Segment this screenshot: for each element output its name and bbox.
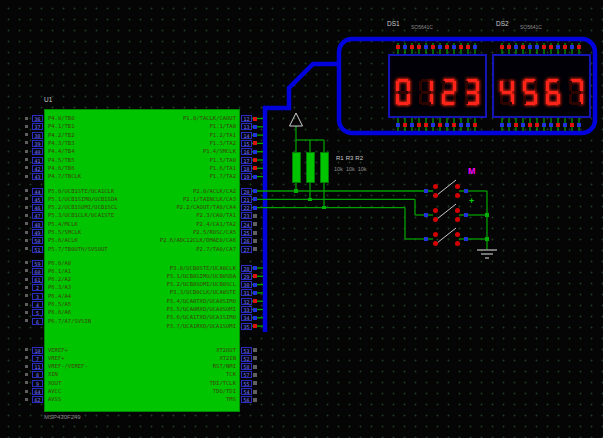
pin-number: 37	[32, 123, 43, 130]
pin-state-indicator	[253, 324, 257, 328]
segment-d	[398, 102, 408, 105]
pin-number: 61	[32, 276, 43, 283]
pin-state-indicator	[25, 390, 28, 393]
pin-number: 57	[241, 371, 252, 378]
pin-name: P2.1/TAINCLK/CA3	[146, 196, 236, 203]
pin-state-indicator	[253, 158, 257, 162]
pin-state-indicator	[253, 291, 257, 295]
pin-number: 26	[241, 237, 252, 244]
pin-state-indicator	[253, 166, 257, 170]
pin-state-indicator	[253, 141, 257, 145]
button-plus-label: +	[469, 196, 474, 206]
pin-state-indicator	[542, 45, 546, 49]
pin-name: P4.6/TB6	[48, 165, 140, 172]
pin-state-indicator	[431, 123, 435, 127]
ds1-ref-label: DS1	[387, 20, 400, 27]
pin-name: P4.7/TBCLK	[48, 173, 140, 180]
pin-state-indicator	[452, 45, 456, 49]
pin-state-indicator	[25, 206, 28, 209]
button-terminal	[433, 241, 438, 246]
resistor-r1[interactable]	[292, 152, 301, 183]
pin-state-indicator	[500, 123, 504, 127]
pin-state-indicator	[521, 123, 525, 127]
segment-d	[571, 102, 581, 105]
pin-number: 34	[241, 314, 252, 321]
pin-number: 17	[241, 157, 252, 164]
pin-number: 47	[32, 212, 43, 219]
pin-state-indicator	[253, 117, 257, 121]
pin-name: AVSS	[48, 396, 140, 403]
pin-state-indicator	[25, 166, 28, 169]
button-terminal	[433, 232, 438, 237]
pin-name: P5.5/SMCLK	[48, 229, 140, 236]
pin-state-indicator	[25, 365, 28, 368]
pin-state-indicator	[417, 45, 421, 49]
pin-name: XT2OUT	[146, 347, 236, 354]
pin-number: 48	[32, 221, 43, 228]
pin-number: 62	[32, 396, 43, 403]
pin-number: 3	[32, 293, 43, 300]
pin-state-indicator	[535, 123, 539, 127]
pin-state-indicator	[500, 45, 504, 49]
segment-f	[500, 81, 503, 91]
pin-name: TDI/TCLK	[146, 380, 236, 387]
pin-name: P3.0/UCB0STE/UCA0CLK	[146, 265, 236, 272]
pin-number: 27	[241, 246, 252, 253]
pin-state-indicator	[253, 150, 257, 154]
pin-number: 31	[241, 289, 252, 296]
pin-name: P5.0/UCB1STE/UCA1CLK	[48, 188, 140, 195]
pin-number: 50	[32, 237, 43, 244]
pin-state-indicator	[514, 45, 518, 49]
pin-number: 18	[241, 165, 252, 172]
pin-state-indicator	[563, 45, 567, 49]
pin-state-indicator	[253, 222, 257, 226]
pin-number: 10	[32, 347, 43, 354]
wire-junction-dot	[485, 237, 489, 241]
seven-seg-digit	[523, 79, 537, 105]
pin-state-indicator	[25, 311, 28, 314]
resistor-r2[interactable]	[320, 152, 329, 183]
pin-number: 6	[32, 318, 43, 325]
button-terminal	[433, 208, 438, 213]
schematic-canvas[interactable]: U1 MSP430F249 DS1 SO5641C DS2 SO5641C R1…	[0, 0, 603, 438]
pin-state-indicator	[25, 158, 28, 161]
r3-value-label: 10k	[346, 166, 355, 172]
pin-state-indicator	[556, 123, 560, 127]
pin-name: TMS	[146, 396, 236, 403]
wire-junction-dot	[322, 206, 326, 210]
pin-state-indicator	[253, 214, 257, 218]
segment-e	[396, 94, 399, 104]
pin-name: P2.2/CAOUT/TA0/CA4	[146, 204, 236, 211]
pin-number: 54	[241, 388, 252, 395]
wire-junction-dot	[308, 198, 312, 202]
pin-number: 12	[241, 115, 252, 122]
segment-b	[407, 81, 410, 91]
button-terminal	[455, 208, 460, 213]
segment-b	[511, 81, 514, 91]
pin-state-indicator	[25, 239, 28, 242]
pin-state-indicator	[528, 123, 532, 127]
pin-number: 14	[241, 132, 252, 139]
pin-state-indicator	[438, 123, 442, 127]
pin-state-indicator	[253, 283, 257, 287]
pin-number: 46	[32, 204, 43, 211]
pin-state-indicator	[253, 239, 257, 243]
pin-state-indicator	[507, 45, 511, 49]
resistor-r3[interactable]	[306, 152, 315, 183]
pin-state-indicator	[253, 274, 257, 278]
pin-name: P2.7/TA0/CA7	[146, 246, 236, 253]
ds1-part-label: SO5641C	[411, 24, 433, 30]
pin-state-indicator	[25, 247, 28, 250]
segment-d	[502, 102, 512, 105]
pin-state-indicator	[253, 373, 257, 377]
seven-seg-digit	[465, 79, 479, 105]
pin-state-indicator	[25, 141, 28, 144]
seven-seg-digit	[569, 79, 583, 105]
pin-name: P1.6/TA1	[146, 165, 236, 172]
segment-g	[444, 91, 454, 94]
segment-f	[523, 81, 526, 91]
bus-trunk	[265, 64, 339, 332]
r2-value-label: 10k	[358, 166, 367, 172]
pin-name: P5.1/UCB1SIMO/UCB1SDA	[48, 196, 140, 203]
pin-number: 22	[241, 204, 252, 211]
